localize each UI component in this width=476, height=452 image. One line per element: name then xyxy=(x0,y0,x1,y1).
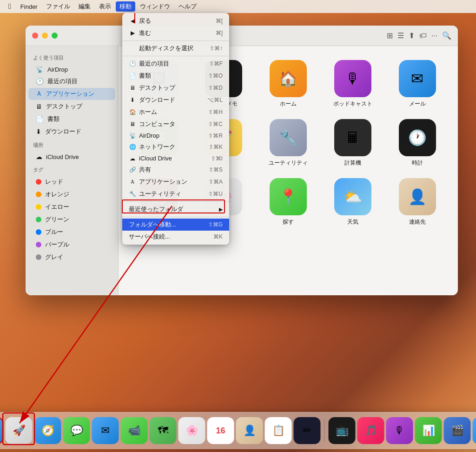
tag-blue-icon xyxy=(36,229,41,235)
close-button[interactable] xyxy=(32,33,38,39)
dock: 😊 🚀 🧭 💬 ✉ 📹 🗺 🌸 16 👤 📋 ✏ 📺 🎵 🎙 📊 🎬 Ａ xyxy=(0,412,476,449)
app-find[interactable]: 📍 探す xyxy=(262,178,315,226)
go-downloads[interactable]: ⬇ダウンロード ⌥⌘L xyxy=(122,94,229,106)
app-utility[interactable]: 🔧 ユーティリティ xyxy=(262,119,315,167)
menu-file[interactable]: ファイル xyxy=(42,1,74,12)
apple-menu[interactable]:  xyxy=(4,2,16,11)
sidebar-item-recents[interactable]: 🕐 最近の項目 xyxy=(28,75,115,87)
sidebar-section-favorites: よく使う項目 xyxy=(26,51,118,63)
go-to-folder[interactable]: フォルダへ移動... ⇧⌘G xyxy=(122,219,229,231)
go-shared[interactable]: 🔗共有 ⇧⌘S xyxy=(122,164,229,176)
dock-finder[interactable]: 😊 xyxy=(0,417,4,444)
sidebar-item-tag-red[interactable]: レッド xyxy=(28,176,115,188)
app-clock[interactable]: 🕐 時計 xyxy=(390,119,444,167)
dock-reminders[interactable]: 📋 xyxy=(265,417,292,444)
go-utilities[interactable]: 🔧ユーティリティ ⇧⌘U xyxy=(122,188,229,200)
go-airdrop[interactable]: 📡AirDrop ⇧⌘R xyxy=(122,130,229,141)
menu-view[interactable]: 表示 xyxy=(95,1,115,12)
menu-go[interactable]: 移動 xyxy=(116,1,135,12)
dock-messages[interactable]: 💬 xyxy=(63,417,90,444)
go-recents[interactable]: 🕐最近の項目 ⇧⌘F xyxy=(122,58,229,70)
sidebar-item-documents[interactable]: 📄 書類 xyxy=(28,113,115,125)
finder-titlebar: ⊞ ☰ ⬆ 🏷 ··· 🔍 xyxy=(26,26,458,46)
dock-launchpad[interactable]: 🚀 xyxy=(6,417,33,444)
dock-separator xyxy=(324,419,325,442)
dock-freeform[interactable]: ✏ xyxy=(294,417,321,444)
dock-facetime[interactable]: 📹 xyxy=(121,417,148,444)
sidebar-item-downloads[interactable]: ⬇ ダウンロード xyxy=(28,126,115,138)
dock-contacts[interactable]: 👤 xyxy=(236,417,263,444)
go-back[interactable]: ◀戻る ⌘[ xyxy=(122,15,229,27)
go-home[interactable]: 🏠ホーム ⇧⌘H xyxy=(122,106,229,118)
go-icloud[interactable]: ☁iCloud Drive ⇧⌘I xyxy=(122,153,229,164)
menu-window[interactable]: ウィンドウ xyxy=(136,1,174,12)
tag-gray-icon xyxy=(36,254,41,260)
dock-photos[interactable]: 🌸 xyxy=(178,417,205,444)
contacts-label: 連絡先 xyxy=(409,218,426,226)
home-icon: 🏠 xyxy=(129,109,136,115)
view-icon-list[interactable]: ☰ xyxy=(397,31,404,40)
go-recent-folders[interactable]: 最近使ったフォルダ ▶ xyxy=(122,203,229,215)
clock-label: 時計 xyxy=(412,159,423,167)
sidebar-item-tag-gray[interactable]: グレイ xyxy=(28,251,115,263)
downloads-sidebar-icon: ⬇ xyxy=(36,128,41,135)
app-contacts[interactable]: 👤 連絡先 xyxy=(390,178,444,226)
sidebar-item-tag-blue[interactable]: ブルー xyxy=(28,226,115,238)
recents-icon: 🕐 xyxy=(129,60,136,67)
separator-4 xyxy=(122,217,229,217)
more-icon[interactable]: ··· xyxy=(431,32,437,40)
mail-icon: ✉ xyxy=(399,60,436,97)
minimize-button[interactable] xyxy=(42,33,48,39)
go-startup-disk[interactable]: 起動ディスクを選択 ⇧⌘↑ xyxy=(122,42,229,54)
dock-safari[interactable]: 🧭 xyxy=(34,417,61,444)
dock-numbers[interactable]: 📊 xyxy=(415,417,442,444)
utility-icon: 🔧 xyxy=(270,119,307,156)
sidebar-item-applications[interactable]: Ａ アプリケーション xyxy=(28,88,115,100)
go-forward[interactable]: ▶進む ⌘] xyxy=(122,27,229,39)
sidebar-item-airdrop[interactable]: 📡 AirDrop xyxy=(28,64,115,75)
sidebar-item-desktop[interactable]: 🖥 デスクトップ xyxy=(28,100,115,113)
airdrop-sidebar-icon: 📡 xyxy=(36,66,44,73)
dock-mail[interactable]: ✉ xyxy=(92,417,119,444)
app-home[interactable]: 🏠 ホーム xyxy=(262,60,315,108)
tag-icon[interactable]: 🏷 xyxy=(419,32,427,40)
sidebar-section-places: 場所 xyxy=(26,138,118,151)
menu-edit[interactable]: 編集 xyxy=(75,1,94,12)
weather-icon: ⛅ xyxy=(334,178,371,215)
app-mail[interactable]: ✉ メール xyxy=(390,60,444,108)
app-calculator[interactable]: 🖩 計算機 xyxy=(326,119,379,167)
search-icon[interactable]: 🔍 xyxy=(442,31,451,40)
dock-appletv[interactable]: 📺 xyxy=(329,417,356,444)
menu-finder[interactable]: Finder xyxy=(17,2,41,11)
connect-to-server[interactable]: サーバへ接続... ⌘K xyxy=(122,231,229,243)
dock-appstore[interactable]: Ａ xyxy=(473,417,476,444)
go-applications[interactable]: Ａアプリケーション ⇧⌘A xyxy=(122,176,229,188)
sidebar-item-tag-purple[interactable]: パープル xyxy=(28,239,115,251)
dock-podcasts[interactable]: 🎙 xyxy=(386,417,413,444)
fullscreen-button[interactable] xyxy=(52,33,58,39)
go-computer[interactable]: 🖥コンピュータ ⇧⌘C xyxy=(122,118,229,130)
sidebar-item-tag-green[interactable]: グリーン xyxy=(28,213,115,226)
menu-help[interactable]: ヘルプ xyxy=(175,1,200,12)
dock-music[interactable]: 🎵 xyxy=(357,417,384,444)
sidebar-item-tag-orange[interactable]: オレンジ xyxy=(28,188,115,200)
dock-keynote[interactable]: 🎬 xyxy=(444,417,471,444)
dock-maps[interactable]: 🗺 xyxy=(150,417,177,444)
finder-sidebar: よく使う項目 📡 AirDrop 🕐 最近の項目 Ａ アプリケーション 🖥 デス… xyxy=(26,46,119,295)
sidebar-item-tag-yellow[interactable]: イエロー xyxy=(28,201,115,213)
sidebar-section-tags: タグ xyxy=(26,163,118,175)
dock-calendar[interactable]: 16 xyxy=(207,417,234,444)
app-podcast[interactable]: 🎙 ポッドキャスト xyxy=(326,60,379,108)
sidebar-item-icloud[interactable]: ☁ iCloud Drive xyxy=(28,151,115,162)
tag-red-icon xyxy=(36,179,41,185)
utility-label: ユーティリティ xyxy=(269,159,308,167)
go-desktop[interactable]: 🖥デスクトップ ⇧⌘D xyxy=(122,82,229,94)
toolbar-right: ⊞ ☰ ⬆ 🏷 ··· 🔍 xyxy=(387,31,451,40)
go-network[interactable]: 🌐ネットワーク ⇧⌘K xyxy=(122,141,229,153)
calculator-label: 計算機 xyxy=(344,159,361,167)
app-weather[interactable]: ⛅ 天気 xyxy=(326,178,379,226)
view-icon-grid[interactable]: ⊞ xyxy=(387,31,393,40)
go-documents[interactable]: 📄書類 ⇧⌘O xyxy=(122,70,229,82)
mail-label: メール xyxy=(409,100,426,108)
share-icon[interactable]: ⬆ xyxy=(409,31,415,40)
